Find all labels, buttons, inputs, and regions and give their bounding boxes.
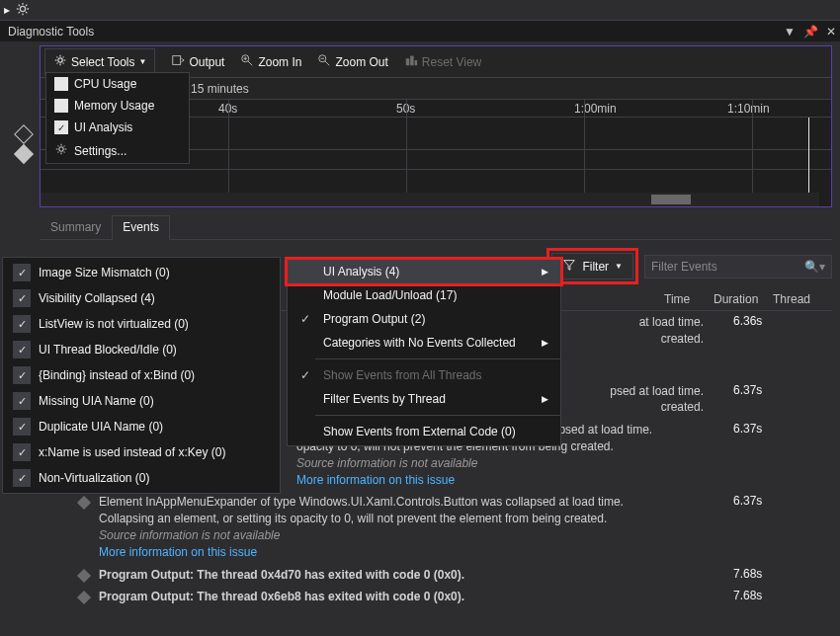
more-info-link[interactable]: More information on this issue bbox=[99, 544, 714, 561]
reset-view-icon bbox=[404, 53, 418, 70]
chevron-right-icon: ▶ bbox=[542, 267, 548, 277]
filter-menu: UI Analysis (4) ▶ Module Load/Unload (17… bbox=[287, 257, 561, 446]
checkbox-checked[interactable]: ✓ bbox=[54, 120, 68, 134]
svg-point-1 bbox=[58, 58, 62, 62]
reset-view-button[interactable]: Reset View bbox=[396, 49, 489, 74]
menu-item-cpu[interactable]: CPU Usage bbox=[46, 73, 189, 95]
menu-item-ui-analysis[interactable]: UI Analysis (4) ▶ bbox=[288, 260, 560, 283]
check-icon: ✓ bbox=[295, 368, 315, 382]
filter-icon bbox=[562, 258, 576, 275]
svg-rect-7 bbox=[414, 60, 417, 65]
select-tools-button[interactable]: Select Tools ▼ bbox=[44, 48, 155, 75]
close-icon[interactable]: ✕ bbox=[826, 25, 836, 39]
menu-item-by-thread[interactable]: Filter Events by Thread ▶ bbox=[288, 387, 560, 411]
list-item[interactable]: ✓UI Thread Blocked/Idle (0) bbox=[3, 337, 280, 362]
timeline-span: 15 minutes bbox=[191, 82, 249, 96]
zoom-out-button[interactable]: Zoom Out bbox=[309, 49, 395, 74]
list-item[interactable]: ✓Missing UIA Name (0) bbox=[3, 388, 280, 414]
zoom-out-icon bbox=[317, 53, 331, 70]
menu-item-categories[interactable]: Categories with No Events Collected ▶ bbox=[288, 331, 560, 355]
col-thread[interactable]: Thread bbox=[773, 292, 832, 306]
zoom-in-button[interactable]: Zoom In bbox=[232, 49, 309, 74]
gear-icon bbox=[53, 53, 67, 70]
checkbox[interactable] bbox=[54, 99, 68, 113]
menu-item-all-threads: ✓ Show Events from All Threads bbox=[288, 363, 560, 387]
chevron-right-icon: ▶ bbox=[542, 338, 548, 348]
check-icon: ✓ bbox=[295, 312, 315, 326]
list-item[interactable]: ✓{Binding} instead of x:Bind (0) bbox=[3, 362, 280, 388]
diamond-icon bbox=[77, 568, 91, 582]
menu-item-external-code[interactable]: Show Events from External Code (0) bbox=[288, 420, 560, 443]
list-item[interactable]: ✓Image Size Mismatch (0) bbox=[3, 260, 280, 285]
diamond-icon bbox=[14, 124, 34, 144]
list-item[interactable]: ✓Visibility Collapsed (4) bbox=[3, 285, 280, 311]
diamond-icon bbox=[14, 144, 34, 164]
checkbox[interactable] bbox=[54, 77, 68, 91]
chevron-down-icon: ▼ bbox=[138, 57, 146, 66]
diamond-icon bbox=[77, 496, 91, 510]
chevron-right-icon: ▶ bbox=[542, 394, 548, 404]
list-item[interactable]: ✓Non-Virtualization (0) bbox=[3, 465, 280, 491]
svg-rect-2 bbox=[173, 56, 181, 65]
output-button[interactable]: Output bbox=[163, 49, 232, 74]
col-duration[interactable]: Duration bbox=[714, 292, 773, 306]
filter-button[interactable]: Filter ▼ bbox=[551, 253, 633, 279]
timeline-scrollbar[interactable] bbox=[41, 193, 819, 206]
search-icon: 🔍▾ bbox=[804, 260, 825, 274]
diamond-icon bbox=[77, 591, 91, 604]
search-input[interactable]: Filter Events 🔍▾ bbox=[644, 255, 832, 278]
tabs: Summary Events bbox=[40, 215, 832, 240]
menu-item-program-output[interactable]: ✓ Program Output (2) bbox=[288, 307, 560, 331]
svg-rect-5 bbox=[406, 58, 410, 65]
arrow-icon: ▸ bbox=[4, 3, 10, 17]
svg-point-0 bbox=[20, 6, 25, 11]
gear-icon bbox=[54, 142, 68, 159]
more-info-link[interactable]: More information on this issue bbox=[296, 472, 714, 489]
ui-analysis-submenu: ✓Image Size Mismatch (0) ✓Visibility Col… bbox=[2, 257, 281, 494]
select-tools-label: Select Tools bbox=[71, 55, 134, 69]
window-position-icon[interactable]: ▼ bbox=[784, 25, 796, 39]
zoom-in-icon bbox=[240, 53, 254, 70]
tab-summary[interactable]: Summary bbox=[40, 215, 112, 239]
svg-point-8 bbox=[59, 147, 63, 151]
menu-item-module[interactable]: Module Load/Unload (17) bbox=[288, 283, 560, 307]
select-tools-menu: CPU Usage Memory Usage ✓ UI Analysis Set… bbox=[45, 72, 190, 164]
menu-item-memory[interactable]: Memory Usage bbox=[46, 95, 189, 117]
list-item[interactable]: ✓x:Name is used instead of x:Key (0) bbox=[3, 439, 280, 465]
table-row[interactable]: Program Output: The thread 0x6eb8 has ex… bbox=[40, 586, 832, 608]
menu-item-ui-analysis[interactable]: ✓ UI Analysis bbox=[46, 117, 189, 138]
menu-item-settings[interactable]: Settings... bbox=[46, 138, 189, 163]
list-item[interactable]: ✓ListView is not virtualized (0) bbox=[3, 311, 280, 337]
gear-icon[interactable] bbox=[16, 2, 30, 19]
table-row[interactable]: Program Output: The thread 0x4d70 has ex… bbox=[40, 564, 832, 587]
svg-rect-6 bbox=[410, 56, 414, 66]
tab-events[interactable]: Events bbox=[112, 215, 170, 240]
output-icon bbox=[171, 53, 185, 70]
chevron-down-icon: ▼ bbox=[615, 262, 623, 271]
table-row[interactable]: Element InAppMenuExpander of type Window… bbox=[40, 491, 832, 563]
list-item[interactable]: ✓Duplicate UIA Name (0) bbox=[3, 414, 280, 439]
panel-title: Diagnostic Tools bbox=[8, 25, 94, 39]
pin-icon[interactable]: 📌 bbox=[803, 25, 818, 39]
col-time[interactable]: Time bbox=[664, 292, 714, 306]
